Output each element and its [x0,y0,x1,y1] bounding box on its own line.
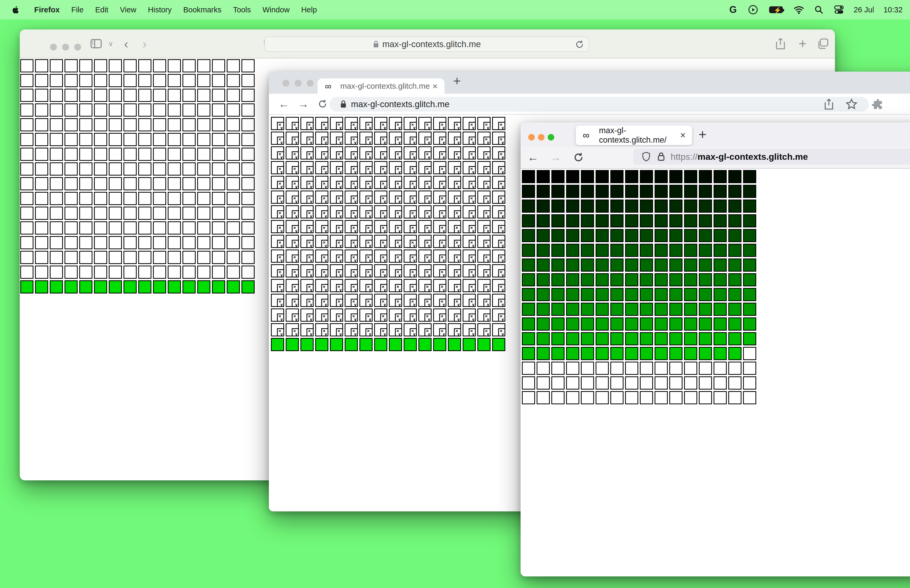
broken-image-icon: ×∨ [469,299,476,307]
canvas-cell [212,148,225,161]
reload-icon[interactable] [573,152,584,163]
minimize-button[interactable] [295,80,302,87]
share-icon[interactable] [824,99,834,110]
play-status-icon[interactable] [748,5,758,15]
firefox-tab-bar[interactable]: ∞ max-gl-contexts.glitch.me/ × + [520,123,910,147]
menu-date[interactable]: 26 Jul [853,5,874,14]
chrome-url-bar[interactable]: max-gl-contexts.glitch.me [330,97,869,111]
canvas-cell [153,251,166,264]
forward-icon[interactable]: › [142,37,147,51]
broken-image-icon: ×∨ [277,255,284,263]
canvas-cell [79,133,92,146]
close-icon[interactable]: × [432,81,438,91]
canvas-cell: ×∨ [330,235,343,248]
broken-image-icon: ×∨ [439,181,446,189]
firefox-url-bar[interactable]: https://max-gl-contexts.glitch.me [633,149,910,165]
menu-item-firefox[interactable]: Firefox [34,5,60,14]
lock-icon[interactable] [658,152,665,162]
canvas-cell [109,133,122,146]
battery-icon[interactable]: ⚡ [768,5,784,15]
chevron-down-icon[interactable]: ∨ [108,40,113,48]
canvas-cell [183,59,196,73]
menu-item-view[interactable]: View [120,5,136,14]
canvas-cell [168,162,181,176]
menu-item-bookmarks[interactable]: Bookmarks [183,5,221,14]
broken-image-icon: ×∨ [277,181,284,189]
canvas-cell [714,185,727,198]
chrome-active-tab[interactable]: ∞ max-gl-contexts.glitch.me × [318,78,444,94]
canvas-cell: ×∨ [404,205,417,218]
canvas-cell [714,317,727,331]
zoom-button[interactable] [548,134,554,141]
canvas-cell [94,148,107,161]
close-icon[interactable]: × [680,130,686,141]
zoom-button[interactable] [307,80,314,87]
safari-url-field[interactable]: max-gl-contexts.glitch.me [264,37,589,52]
menu-item-file[interactable]: File [71,5,84,14]
search-icon[interactable] [814,5,824,15]
canvas-cell [50,177,63,190]
close-button[interactable] [528,134,535,141]
canvas-cell [212,162,225,176]
menu-item-tools[interactable]: Tools [233,5,251,14]
zoom-button[interactable] [74,44,81,50]
close-button[interactable] [50,44,57,50]
close-button[interactable] [283,80,289,87]
bookmark-star-icon[interactable] [846,99,857,110]
canvas-cell [728,288,742,301]
forward-icon[interactable]: → [550,151,561,164]
tabs-overview-icon[interactable] [817,38,829,50]
canvas-cell [655,362,668,375]
canvas-cell: ×∨ [448,117,461,130]
canvas-cell: ×∨ [477,250,491,263]
lock-icon[interactable] [340,100,347,108]
canvas-cell: ×∨ [374,146,387,160]
share-icon[interactable] [775,38,786,50]
canvas-cell [197,74,210,87]
reload-icon[interactable] [317,99,328,109]
canvas-cell [581,376,594,389]
safari-toolbar[interactable]: ∨ ‹ › max-gl-contexts.glitch.me + [20,29,835,58]
google-icon[interactable]: G [728,5,738,15]
tracking-shield-icon[interactable] [642,151,651,162]
canvas-cell: ×∨ [462,264,476,278]
canvas-cell [419,338,432,351]
status-icons: G ⚡ 26 Jul 10:32 [728,0,903,19]
canvas-cell [79,192,92,205]
canvas-cell [537,200,550,213]
broken-image-icon: ×∨ [454,240,461,248]
back-icon[interactable]: ‹ [124,37,128,51]
new-tab-icon[interactable]: + [698,127,706,142]
chrome-tab-bar[interactable]: ∞ max-gl-contexts.glitch.me × + [269,72,910,94]
back-icon[interactable]: ← [278,98,289,110]
broken-image-icon: ×∨ [351,166,358,174]
apple-menu-icon[interactable] [11,5,21,15]
menu-item-window[interactable]: Window [262,5,289,14]
menu-clock[interactable]: 10:32 [883,5,903,14]
forward-icon[interactable]: → [298,98,309,110]
extensions-icon[interactable] [872,99,884,111]
canvas-cell [168,89,181,102]
menu-item-history[interactable]: History [148,5,172,14]
canvas-cell [138,148,151,161]
reload-icon[interactable] [575,39,585,50]
back-icon[interactable]: ← [527,151,538,164]
menu-item-edit[interactable]: Edit [95,5,108,14]
minimize-button[interactable] [538,134,545,141]
new-tab-icon[interactable]: + [453,73,461,89]
canvas-cell: ×∨ [492,220,505,233]
sidebar-icon[interactable] [91,39,102,49]
control-center-icon[interactable] [834,5,844,15]
canvas-cell [50,266,63,279]
minimize-button[interactable] [62,44,69,50]
canvas-cell: ×∨ [374,250,387,263]
broken-image-icon: ×∨ [292,122,299,130]
firefox-active-tab[interactable]: ∞ max-gl-contexts.glitch.me/ × [576,126,692,145]
wifi-icon[interactable] [794,5,804,15]
canvas-cell [448,338,461,351]
menu-item-help[interactable]: Help [301,5,317,14]
broken-image-icon: ×∨ [351,240,358,248]
broken-image-icon: ×∨ [425,181,432,189]
new-tab-icon[interactable]: + [798,36,807,52]
broken-image-icon: ×∨ [410,122,417,130]
